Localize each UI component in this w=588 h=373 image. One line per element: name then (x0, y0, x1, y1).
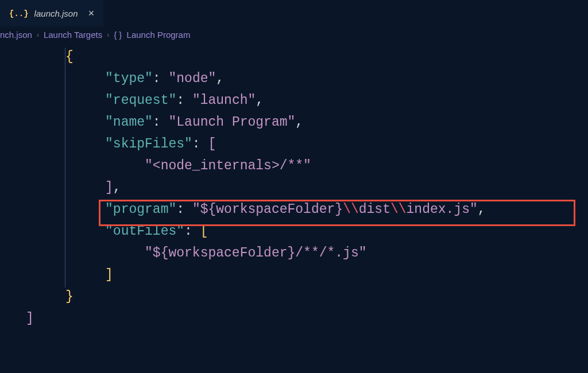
code-line: "skipFiles": [ (26, 133, 588, 155)
tab-launch-json[interactable]: {..} launch.json × (0, 0, 103, 26)
code-line: "request": "launch", (26, 90, 588, 111)
breadcrumb: nch.json › Launch Targets › { } Launch P… (0, 26, 588, 43)
code-line: ], (26, 177, 588, 199)
code-line: "<node_internals>/**" (26, 155, 588, 177)
code-line: "type": "node", (26, 68, 588, 90)
code-editor[interactable]: { "type": "node", "request": "launch", "… (0, 43, 588, 329)
json-icon: {..} (9, 9, 29, 18)
tab-bar: {..} launch.json × (0, 0, 588, 26)
breadcrumb-section[interactable]: Launch Targets (44, 30, 102, 40)
code-line: ] (26, 308, 588, 329)
tab-label: launch.json (34, 9, 78, 18)
code-line: } (26, 286, 588, 308)
code-line: "${workspaceFolder}/**/*.js" (26, 242, 588, 264)
code-line: ] (26, 264, 588, 286)
breadcrumb-file[interactable]: nch.json (0, 30, 32, 40)
chevron-right-icon: › (107, 31, 109, 39)
code-line-highlighted: "program": "${workspaceFolder}\\dist\\in… (26, 199, 588, 220)
close-icon[interactable]: × (88, 8, 95, 20)
indent-guide (65, 48, 65, 287)
chevron-right-icon: › (37, 31, 39, 39)
code-line: "outFiles": [ (26, 220, 588, 242)
code-line: "name": "Launch Program", (26, 111, 588, 133)
braces-icon: { } (114, 30, 122, 40)
breadcrumb-config[interactable]: Launch Program (127, 30, 191, 40)
code-line: { (26, 46, 588, 68)
